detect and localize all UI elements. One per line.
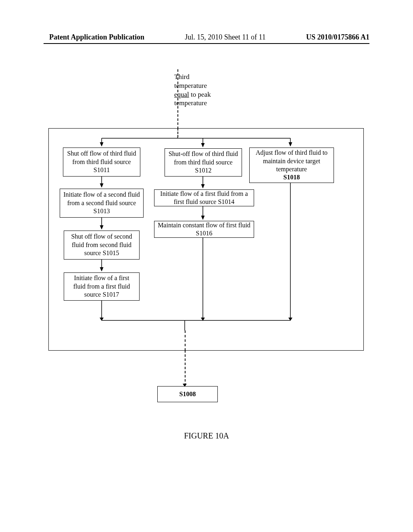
- step-s1013-text: Initiate flow of a second fluid from a s…: [63, 191, 140, 215]
- step-s1012: Shut-off flow of third fluid from third …: [165, 148, 242, 177]
- step-s1011-text: Shut off flow of third fluid from third …: [67, 150, 137, 174]
- step-s1017-text: Initiate flow of a first fluid from a fi…: [67, 274, 136, 299]
- step-s1018-id: S1018: [284, 174, 300, 181]
- top-line4: temperature: [174, 99, 211, 108]
- step-s1013: Initiate flow of a second fluid from a s…: [60, 189, 144, 218]
- step-s1014: Initiate flow of a first fluid from a fi…: [154, 189, 254, 206]
- step-s1016: Maintain constant flow of first fluid S1…: [154, 221, 254, 238]
- step-s1015-text: Shut off flow of second fluid from secon…: [67, 233, 136, 257]
- step-s1008: S1008: [157, 386, 218, 402]
- top-line3: equal to peak: [174, 90, 211, 99]
- dashed-line-bottom-2: [185, 350, 186, 386]
- step-s1015: Shut off flow of second fluid from secon…: [64, 231, 140, 260]
- step-s1016-text: Maintain constant flow of first fluid S1…: [158, 221, 250, 238]
- figure-label: FIGURE 10A: [0, 431, 413, 441]
- dashed-line-bottom-1: [185, 330, 186, 351]
- step-s1017: Initiate flow of a first fluid from a fi…: [64, 272, 140, 301]
- header-left: Patent Application Publication: [49, 33, 144, 42]
- dashed-line-top: [177, 69, 178, 129]
- step-s1018: Adjust flow of third fluid to maintain d…: [249, 148, 334, 183]
- top-underline: equal: [174, 91, 189, 98]
- step-s1011: Shut off flow of third fluid from third …: [63, 148, 140, 177]
- header-mid: Jul. 15, 2010 Sheet 11 of 11: [185, 33, 266, 42]
- header-right: US 2010/0175866 A1: [306, 33, 369, 42]
- step-s1018-text: Adjust flow of third fluid to maintain d…: [253, 149, 330, 182]
- top-condition-label: Third temperature equal to peak temperat…: [174, 73, 211, 108]
- top-line3b: to peak: [189, 91, 211, 98]
- step-s1008-text: S1008: [179, 390, 196, 398]
- top-line2: temperature: [174, 81, 211, 90]
- page-header: Patent Application Publication Jul. 15, …: [0, 33, 413, 42]
- step-s1012-text: Shut-off flow of third fluid from third …: [168, 150, 238, 175]
- step-s1018-body: Adjust flow of third fluid to maintain d…: [256, 149, 327, 172]
- step-s1014-text: Initiate flow of a first fluid from a fi…: [158, 190, 250, 206]
- top-line1: Third: [174, 73, 211, 81]
- header-rule: [44, 43, 369, 44]
